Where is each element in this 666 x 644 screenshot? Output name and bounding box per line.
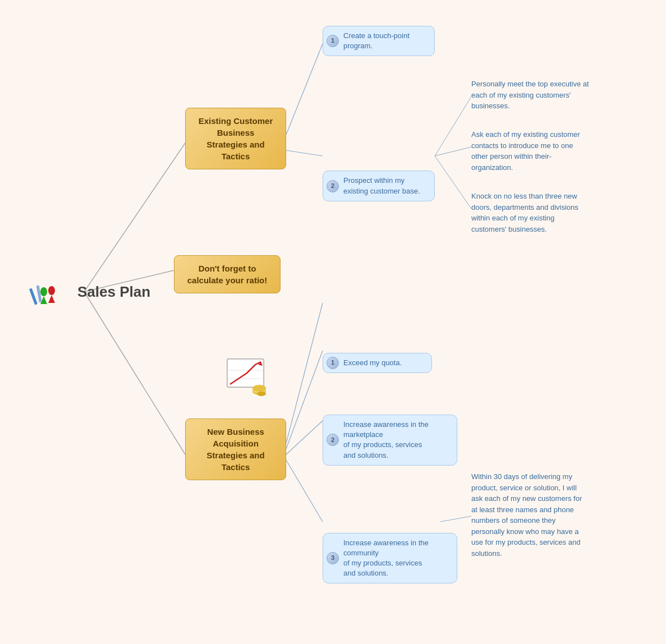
svg-line-10 <box>286 421 323 454</box>
svg-line-11 <box>286 460 323 522</box>
detail-text-1: Personally meet the top executive at eac… <box>471 79 589 112</box>
svg-line-7 <box>435 156 471 209</box>
exceed-quota-number: 1 <box>327 357 339 369</box>
touch-point-number: 1 <box>327 35 339 47</box>
touch-point-label: Create a touch-pointprogram. <box>343 31 410 50</box>
existing-customer-label: Existing CustomerBusinessStrategies and … <box>199 116 273 161</box>
awareness-market-number: 2 <box>327 434 339 446</box>
awareness-community-label: Increase awareness in thecommunityof my … <box>343 539 429 578</box>
sales-plan-title: Sales Plan <box>77 283 150 301</box>
svg-line-2 <box>84 292 185 454</box>
svg-point-27 <box>257 392 266 396</box>
detail-text-2: Ask each of my existing customer contact… <box>471 129 589 173</box>
detail-text-3: Knock on no less than three new doors, d… <box>471 191 589 234</box>
awareness-community-number: 3 <box>327 552 339 564</box>
svg-point-15 <box>48 286 55 295</box>
awareness-market-node: 2 Increase awareness in themarketplaceof… <box>323 415 457 466</box>
svg-line-5 <box>435 96 471 156</box>
svg-point-26 <box>252 385 266 392</box>
svg-line-12 <box>440 516 471 522</box>
growth-icon-node <box>224 353 275 398</box>
svg-rect-17 <box>29 288 38 305</box>
prospect-node: 2 Prospect within myexisting customer ba… <box>323 171 435 201</box>
existing-customer-node: Existing CustomerBusinessStrategies and … <box>185 108 286 169</box>
new-business-node: New BusinessAcquisitionStrategies and Ta… <box>185 418 286 480</box>
exceed-quota-label: Exceed my quota. <box>343 358 402 367</box>
exceed-quota-node: 1 Exceed my quota. <box>323 353 432 373</box>
calculate-ratio-node: Don't forget to calculate your ratio! <box>174 255 281 293</box>
touch-point-node: 1 Create a touch-pointprogram. <box>323 26 435 56</box>
calculate-ratio-label: Don't forget to calculate your ratio! <box>187 264 268 285</box>
svg-point-13 <box>40 287 47 296</box>
svg-marker-16 <box>48 295 55 303</box>
prospect-label: Prospect within myexisting customer base… <box>343 176 420 195</box>
svg-line-6 <box>435 147 471 156</box>
svg-line-4 <box>286 150 323 156</box>
prospect-number: 2 <box>327 180 339 192</box>
new-business-label: New BusinessAcquisitionStrategies and Ta… <box>206 427 264 472</box>
detail-text-4: Within 30 days of delivering my product,… <box>471 471 589 559</box>
svg-line-9 <box>286 351 323 449</box>
svg-line-0 <box>84 143 185 292</box>
sales-plan-icon <box>28 275 73 309</box>
awareness-community-node: 3 Increase awareness in thecommunityof m… <box>323 533 457 584</box>
sales-plan-node: Sales Plan <box>28 275 150 309</box>
awareness-market-label: Increase awareness in themarketplaceof m… <box>343 420 429 459</box>
svg-line-8 <box>286 303 323 443</box>
svg-line-3 <box>286 44 323 135</box>
